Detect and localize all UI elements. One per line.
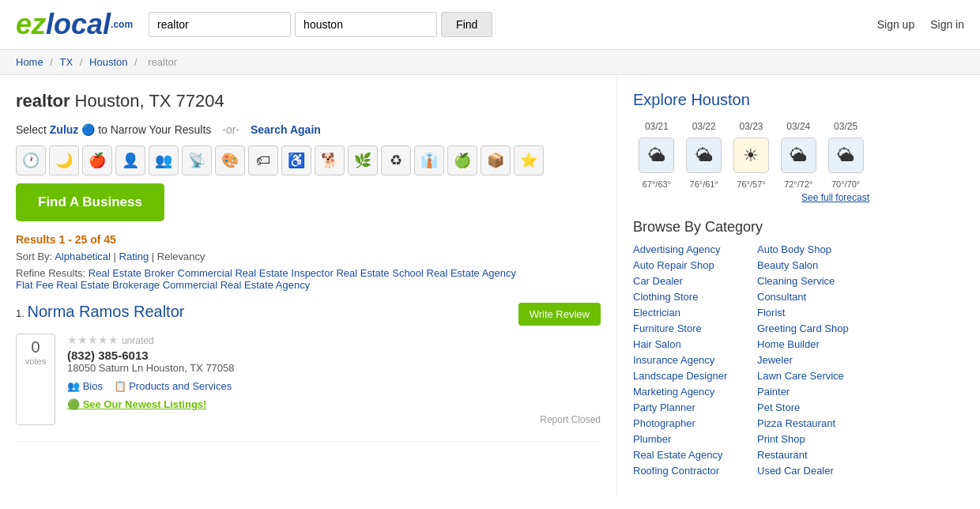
category-right-3[interactable]: Consultant (757, 291, 869, 303)
category-left-7[interactable]: Insurance Agency (633, 354, 745, 366)
zuluz-link[interactable]: Zuluz (50, 123, 79, 136)
report-closed-link[interactable]: Report Closed (67, 414, 601, 425)
category-right-1[interactable]: Beauty Salon (757, 259, 869, 271)
newest-listings-link[interactable]: 🟢 See Our Newest Listings! (67, 398, 206, 410)
signup-link[interactable]: Sign up (877, 18, 914, 31)
category-left-12[interactable]: Plumber (633, 433, 745, 445)
category-right-9[interactable]: Painter (757, 386, 869, 398)
sort-alphabetical[interactable]: Alphabetical (55, 251, 111, 262)
sort-rating[interactable]: Rating (119, 251, 149, 262)
right-column: Explore Houston 03/2103/2203/2303/2403/2… (616, 75, 885, 496)
category-right-14[interactable]: Used Car Dealer (757, 465, 869, 477)
search-where-input[interactable] (295, 12, 437, 37)
category-right-5[interactable]: Greeting Card Shop (757, 322, 869, 334)
filter-icon-11[interactable]: ♻ (381, 145, 411, 175)
weather-temps-row: 67°/63°76°/61°76°/57°72°/72°70°/70° (633, 176, 869, 192)
listing-1: 1. Norma Ramos Realtor Write Review 0 vo… (16, 303, 601, 442)
full-forecast-link[interactable]: See full forecast (633, 192, 869, 203)
category-right-6[interactable]: Home Builder (757, 338, 869, 350)
category-left-11[interactable]: Photographer (633, 417, 745, 429)
breadcrumb-home[interactable]: Home (16, 56, 43, 68)
breadcrumb-state[interactable]: TX (60, 56, 74, 68)
category-left-5[interactable]: Furniture Store (633, 322, 745, 334)
refine-flat-fee[interactable]: Flat Fee Real Estate Brokerage (16, 279, 160, 291)
category-left-col: Advertising AgencyAuto Repair ShopCar De… (633, 243, 745, 481)
listing-info: ★★★★★ unrated (832) 385-6013 18050 Satur… (67, 334, 601, 425)
signin-link[interactable]: Sign in (930, 18, 964, 31)
weather-temp-2: 76°/57° (728, 176, 775, 192)
weather-section: 03/2103/2203/2303/2403/25 🌥🌥☀🌥🌥 67°/63°7… (633, 119, 869, 203)
search-keyword: realtor (16, 91, 70, 111)
category-right-10[interactable]: Pet Store (757, 402, 869, 413)
narrow-suffix: to Narrow Your Results (98, 123, 211, 136)
category-left-3[interactable]: Clothing Store (633, 291, 745, 303)
filter-icon-3[interactable]: 👤 (115, 145, 145, 175)
category-right-8[interactable]: Lawn Care Service (757, 370, 869, 382)
refine-results: Refine Results: Real Estate Broker Comme… (16, 267, 601, 291)
category-left-6[interactable]: Hair Salon (633, 338, 745, 350)
search-again-link[interactable]: Search Again (251, 123, 321, 136)
category-left-2[interactable]: Car Dealer (633, 275, 745, 287)
left-column: realtor Houston, TX 77204 Select Zuluz 🔵… (0, 75, 616, 496)
stars-display: ★★★★★ unrated (67, 334, 601, 346)
category-left-1[interactable]: Auto Repair Shop (633, 259, 745, 271)
sort-label: Sort By: (16, 251, 52, 262)
breadcrumb-sep1: / (50, 56, 55, 68)
listing-links: 👥 Bios 📋 Products and Services (67, 380, 601, 392)
filter-icon-15[interactable]: ⭐ (514, 145, 544, 175)
category-left-10[interactable]: Party Planner (633, 402, 745, 413)
products-link[interactable]: 📋 Products and Services (114, 380, 232, 392)
bios-link[interactable]: 👥 Bios (67, 380, 103, 392)
category-right-13[interactable]: Restaurant (757, 449, 869, 461)
logo[interactable]: ezlocal.com (16, 8, 133, 41)
filter-icon-7[interactable]: 🏷 (248, 145, 278, 175)
filter-icon-8[interactable]: ♿ (281, 145, 311, 175)
category-right-2[interactable]: Cleaning Service (757, 275, 869, 287)
refine-commercial-agency[interactable]: Commercial Real Estate Agency (163, 279, 310, 291)
header-nav: Sign up Sign in (877, 18, 964, 31)
refine-real-estate-broker[interactable]: Real Estate Broker (89, 267, 175, 279)
filter-icon-4[interactable]: 👥 (149, 145, 179, 175)
filter-icon-1[interactable]: 🌙 (49, 145, 79, 175)
filter-icon-12[interactable]: 👔 (414, 145, 444, 175)
narrow-label: Select (16, 123, 47, 136)
category-right-4[interactable]: Florist (757, 307, 869, 319)
filter-icon-10[interactable]: 🌿 (348, 145, 378, 175)
refine-real-estate-school[interactable]: Real Estate School (336, 267, 424, 279)
category-right-12[interactable]: Print Shop (757, 433, 869, 445)
refine-real-estate-agency[interactable]: Real Estate Agency (427, 267, 516, 279)
weather-date-4: 03/25 (822, 119, 869, 134)
filter-icon-13[interactable]: 🍏 (447, 145, 477, 175)
listing-name[interactable]: Norma Ramos Realtor (27, 303, 184, 320)
find-business-button[interactable]: Find A Business (16, 183, 164, 221)
filter-icon-2[interactable]: 🍎 (82, 145, 112, 175)
category-right-7[interactable]: Jeweler (757, 354, 869, 366)
weather-icon-0: 🌥 (633, 134, 680, 176)
filter-icon-0[interactable]: 🕐 (16, 145, 46, 175)
search-what-input[interactable] (149, 12, 291, 37)
category-left-13[interactable]: Real Estate Agency (633, 449, 745, 461)
filter-icon-14[interactable]: 📦 (481, 145, 511, 175)
find-button[interactable]: Find (441, 12, 492, 37)
category-right-0[interactable]: Auto Body Shop (757, 243, 869, 255)
category-right-col: Auto Body ShopBeauty SalonCleaning Servi… (757, 243, 869, 481)
filter-icon-9[interactable]: 🐕 (315, 145, 345, 175)
category-right-11[interactable]: Pizza Restaurant (757, 417, 869, 429)
sort-bar: Sort By: Alphabetical | Rating | Relevan… (16, 251, 601, 262)
category-left-9[interactable]: Marketing Agency (633, 386, 745, 398)
breadcrumb-city[interactable]: Houston (89, 56, 127, 68)
category-left-8[interactable]: Landscape Designer (633, 370, 745, 382)
category-left-4[interactable]: Electrician (633, 307, 745, 319)
write-review-button[interactable]: Write Review (518, 303, 601, 326)
weather-date-0: 03/21 (633, 119, 680, 134)
refine-commercial-inspector[interactable]: Commercial Real Estate Inspector (178, 267, 334, 279)
results-count: Results 1 - 25 of 45 (16, 233, 601, 246)
main: realtor Houston, TX 77204 Select Zuluz 🔵… (0, 75, 980, 496)
filter-icon-5[interactable]: 📡 (182, 145, 212, 175)
explore-title: Explore Houston (633, 91, 869, 109)
category-left-0[interactable]: Advertising Agency (633, 243, 745, 255)
category-left-14[interactable]: Roofing Contractor (633, 465, 745, 477)
votes-number: 0 (21, 338, 51, 356)
filter-icon-6[interactable]: 🎨 (215, 145, 245, 175)
weather-icons-row: 🌥🌥☀🌥🌥 (633, 134, 869, 176)
